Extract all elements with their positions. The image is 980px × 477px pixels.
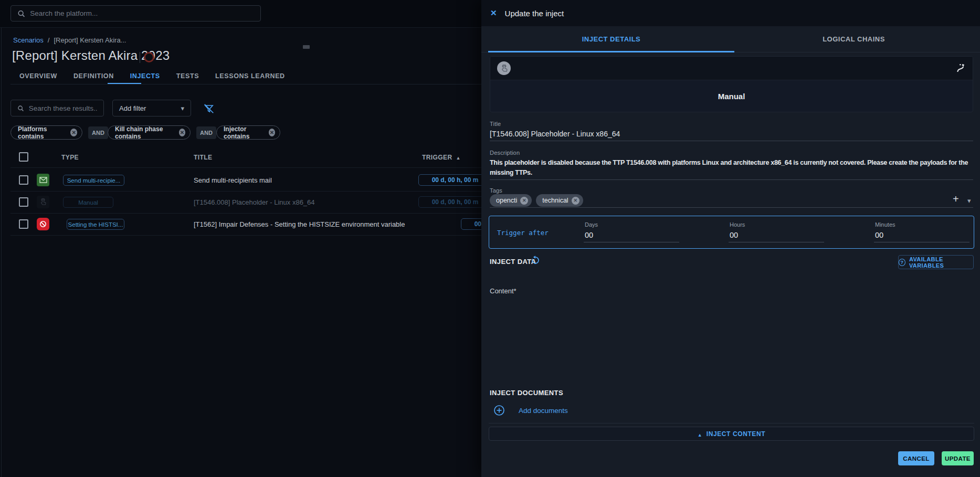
filter-operator: AND (88, 126, 108, 139)
help-icon: ? (899, 259, 905, 266)
tab-tests[interactable]: TESTS (176, 72, 199, 80)
breadcrumb-scenarios-link[interactable]: Scenarios (13, 36, 44, 44)
row-checkbox[interactable] (19, 197, 28, 207)
remove-tag-icon[interactable] (520, 197, 528, 205)
inject-title[interactable]: Send multi-recipients mail (194, 176, 272, 184)
tag-chip-technical[interactable]: technical (536, 194, 583, 207)
route-icon[interactable] (955, 63, 966, 73)
sort-asc-icon (452, 154, 460, 161)
available-variables-label: AVAILABLE VARIABLES (909, 256, 973, 269)
add-circle-icon[interactable] (493, 405, 505, 416)
available-variables-button[interactable]: ? AVAILABLE VARIABLES (898, 255, 974, 269)
tab-lessons-learned[interactable]: LESSONS LEARNED (215, 72, 285, 80)
row-checkbox[interactable] (19, 175, 28, 185)
left-nav-edge (1, 28, 2, 477)
field-underline (874, 242, 970, 242)
field-underline (490, 179, 973, 180)
inject-title[interactable]: [T1546.008] Placeholder - Linux x86_64 (194, 198, 315, 206)
add-tag-icon[interactable] (953, 193, 959, 205)
tab-injects[interactable]: INJECTS (130, 72, 160, 80)
description-field-input[interactable]: This placeholder is disabled because the… (490, 158, 973, 178)
search-icon (17, 9, 25, 18)
inject-documents-heading: INJECT DOCUMENTS (490, 389, 563, 397)
field-underline (490, 207, 973, 208)
add-filter-select[interactable]: Add filter (112, 100, 191, 116)
refresh-icon[interactable] (531, 256, 540, 265)
divider (10, 235, 481, 236)
inject-type-chip[interactable]: Setting the HISTSI... (67, 219, 124, 230)
scenario-tabs: OVERVIEW DEFINITION INJECTS TESTS LESSON… (19, 72, 285, 80)
col-header-title[interactable]: TITLE (194, 154, 212, 161)
add-documents-link[interactable]: Add documents (519, 407, 568, 415)
filter-chip-platforms[interactable]: Platforms contains (10, 125, 82, 140)
results-search[interactable] (10, 100, 104, 116)
minutes-input[interactable]: 00 (875, 231, 883, 239)
drawer-header: Update the inject (481, 0, 980, 26)
chevron-down-icon (181, 104, 184, 112)
scenario-status-ring-icon (144, 52, 154, 62)
col-header-type[interactable]: TYPE (61, 154, 79, 161)
title-field-input[interactable]: [T1546.008] Placeholder - Linux x86_64 (490, 130, 620, 138)
tag-chip-opencti[interactable]: opencti (490, 194, 532, 207)
col-header-trigger-label: TRIGGER (422, 154, 452, 161)
remove-filter-icon[interactable] (70, 129, 77, 136)
platform-search[interactable] (10, 5, 261, 22)
tag-label: opencti (496, 197, 517, 204)
filter-chip-injector[interactable]: Injector contains (216, 125, 280, 140)
tab-logical-chains[interactable]: LOGICAL CHAINS (734, 26, 973, 52)
update-button[interactable]: UPDATE (942, 451, 974, 465)
remove-filter-icon[interactable] (179, 129, 185, 136)
col-header-trigger[interactable]: TRIGGER (422, 154, 461, 161)
mail-icon (37, 174, 49, 186)
remove-tag-icon[interactable] (572, 197, 579, 205)
tab-inject-details[interactable]: INJECT DETAILS (488, 26, 734, 52)
breadcrumb-current: [Report] Kersten Akira... (54, 36, 126, 44)
tags-field-label: Tags (490, 187, 502, 194)
row-checkbox[interactable] (19, 219, 28, 229)
inject-type-chip[interactable]: Manual (63, 197, 113, 208)
field-underline (490, 141, 973, 141)
select-all-checkbox[interactable] (19, 152, 28, 162)
active-drawer-tab-indicator (488, 51, 734, 52)
clear-filters-icon[interactable] (203, 103, 215, 114)
trigger-chip[interactable]: 00 d, 00 h, 00 m (418, 196, 492, 208)
content-editor-area[interactable] (490, 298, 973, 381)
tab-overview[interactable]: OVERVIEW (19, 72, 57, 80)
divider (10, 167, 481, 168)
remove-filter-icon[interactable] (269, 129, 275, 136)
inject-title[interactable]: [T1562] Impair Defenses - Setting the HI… (194, 220, 405, 228)
divider (10, 213, 481, 214)
results-search-input[interactable] (29, 104, 97, 112)
hours-label: Hours (730, 221, 745, 228)
inject-type-chip[interactable]: Send multi-recipie... (63, 175, 124, 186)
platform-search-input[interactable] (30, 9, 254, 17)
manual-hand-icon (37, 196, 49, 208)
search-icon (17, 104, 24, 112)
title-field-label: Title (490, 121, 501, 127)
filter-chip-label: Injector contains (224, 125, 265, 140)
days-input[interactable]: 00 (585, 231, 593, 239)
update-inject-drawer: Update the inject INJECT DETAILS LOGICAL… (481, 0, 980, 477)
add-filter-label: Add filter (119, 104, 146, 112)
tab-definition[interactable]: DEFINITION (73, 72, 114, 80)
breadcrumb: Scenarios / [Report] Kersten Akira... (13, 36, 126, 44)
description-field-label: Description (490, 150, 520, 156)
filter-chip-kill-chain[interactable]: Kill chain phase contains (108, 125, 191, 140)
blocked-icon (37, 218, 49, 230)
field-underline (584, 242, 679, 242)
tags-dropdown-icon[interactable] (967, 196, 971, 205)
close-icon[interactable] (490, 8, 497, 18)
trigger-chip[interactable]: 00 d, 00 h, 00 m (418, 174, 492, 186)
injector-name: Manual (490, 80, 973, 112)
field-underline (729, 242, 824, 242)
tabs-divider (10, 84, 481, 84)
inject-content-toggle[interactable]: INJECT CONTENT (489, 427, 974, 441)
loading-dash (303, 45, 310, 49)
manual-hand-icon (500, 65, 508, 72)
hours-input[interactable]: 00 (730, 231, 738, 239)
inject-data-heading: INJECT DATA (490, 258, 536, 266)
collapse-icon (698, 429, 702, 439)
content-field-label: Content* (490, 287, 517, 295)
cancel-button[interactable]: CANCEL (898, 451, 934, 465)
app-root: Scenarios / [Report] Kersten Akira... [R… (0, 0, 980, 477)
